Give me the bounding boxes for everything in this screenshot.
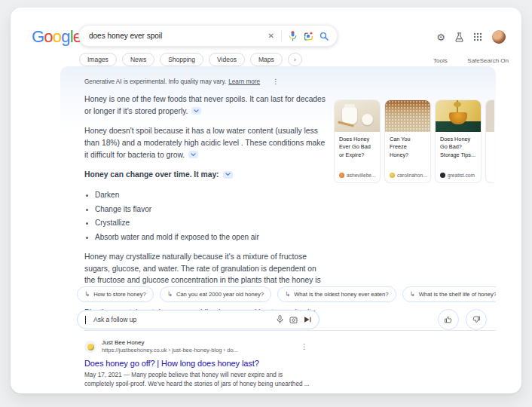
logo-letter: G xyxy=(32,27,44,46)
site-favicon xyxy=(440,173,445,178)
card-source: greatist.com xyxy=(436,173,481,182)
labs-flask-icon[interactable] xyxy=(455,32,463,42)
ai-list-heading: Honey can change over time. It may: xyxy=(84,169,329,181)
header-actions: ⚙ xyxy=(436,30,506,44)
source-chevron-icon[interactable] xyxy=(188,151,198,158)
followup-arrow-icon: ↳ xyxy=(410,291,415,298)
header-sub-row: Tools SafeSearch On xyxy=(433,57,509,64)
result-source-row[interactable]: Just Bee Honey https://justbeehoney.co.u… xyxy=(84,339,371,354)
card-image-partial xyxy=(486,100,494,132)
followup-arrow-icon: ↳ xyxy=(84,291,90,298)
followup-chip[interactable]: ↳What is the oldest honey ever eaten? xyxy=(277,286,396,302)
source-card-partial[interactable] xyxy=(485,99,494,183)
ai-feedback xyxy=(438,309,487,330)
ai-paragraph: Honey is one of the few foods that never… xyxy=(84,93,329,117)
search-input[interactable] xyxy=(87,31,261,41)
result-site-name: Just Bee Honey xyxy=(102,339,238,347)
card-title: Does Honey Go Bad? Storage Tips... xyxy=(436,132,481,173)
ai-disclaimer: Generative AI is experimental. Info qual… xyxy=(84,78,279,85)
lens-icon[interactable] xyxy=(304,32,313,41)
source-card[interactable]: Does Honey Ever Go Bad or Expire? ashevi… xyxy=(334,99,381,183)
source-chevron-icon[interactable] xyxy=(191,107,201,115)
followup-arrow-icon: ↳ xyxy=(167,291,173,298)
source-card[interactable]: Does Honey Go Bad? Storage Tips... great… xyxy=(435,99,482,183)
search-filter-tabs: Images News Shopping Videos Maps › xyxy=(79,53,302,66)
logo-letter: o xyxy=(53,27,61,46)
followup-chip[interactable]: ↳How to store honey? xyxy=(77,286,154,302)
tab-maps[interactable]: Maps xyxy=(250,53,283,66)
clear-icon[interactable]: ✕ xyxy=(268,32,274,40)
generative-ai-panel: Generative AI is experimental. Info qual… xyxy=(60,66,496,330)
ai-bullet: Crystallize xyxy=(95,217,329,228)
ai-bullet: Absorb water and mold if exposed to the … xyxy=(95,231,329,243)
logo-letter: g xyxy=(61,27,69,46)
send-icon[interactable] xyxy=(304,316,311,323)
more-tabs-button[interactable]: › xyxy=(288,53,302,66)
result-snippet: May 17, 2021 — Many people believe that … xyxy=(84,371,310,390)
bee-favicon xyxy=(84,341,96,353)
card-title: Does Honey Ever Go Bad or Expire? xyxy=(335,132,380,173)
site-favicon xyxy=(390,173,395,178)
followup-chip[interactable]: ↳Can you eat 2000 year old honey? xyxy=(160,286,271,302)
tab-news[interactable]: News xyxy=(122,53,154,66)
ai-bullet-list: Darken Change its flavor Crystallize Abs… xyxy=(84,189,329,243)
lens-icon[interactable] xyxy=(289,316,298,324)
logo-letter: o xyxy=(44,27,52,46)
card-title: Can You Freeze Honey? xyxy=(385,132,430,173)
search-icon[interactable] xyxy=(320,32,329,41)
divider xyxy=(281,30,282,41)
section-divider xyxy=(84,330,496,331)
ask-followup-box[interactable] xyxy=(77,310,320,329)
search-bar[interactable]: ✕ xyxy=(78,25,338,47)
settings-gear-icon[interactable]: ⚙ xyxy=(436,32,445,42)
mic-icon[interactable] xyxy=(289,31,297,41)
browser-page: Google ✕ xyxy=(11,8,521,393)
mic-icon[interactable] xyxy=(277,315,283,324)
card-image-honey-pot xyxy=(335,100,380,132)
thumbs-down-button[interactable] xyxy=(466,309,487,330)
tab-shopping[interactable]: Shopping xyxy=(160,53,203,66)
safesearch-toggle[interactable]: SafeSearch On xyxy=(467,57,509,64)
card-image-honeycomb xyxy=(385,100,430,132)
source-card[interactable]: Can You Freeze Honey? carolinahon... xyxy=(384,99,431,183)
ai-paragraph: Honey doesn't spoil because it has a low… xyxy=(84,125,329,161)
tab-images[interactable]: Images xyxy=(79,53,117,66)
profile-avatar[interactable] xyxy=(492,30,506,44)
learn-more-link[interactable]: Learn more xyxy=(228,78,260,85)
ask-followup-row xyxy=(77,310,320,329)
source-chevron-icon[interactable] xyxy=(223,171,233,179)
ai-source-cards: Does Honey Ever Go Bad or Expire? ashevi… xyxy=(334,99,496,183)
apps-grid-icon[interactable] xyxy=(473,32,482,41)
card-source: carolinahon... xyxy=(385,173,430,182)
followup-arrow-icon: ↳ xyxy=(285,291,290,298)
result-url: https://justbeehoney.co.uk › just-bee-ho… xyxy=(102,347,238,354)
tab-videos[interactable]: Videos xyxy=(209,53,245,66)
ai-disclaimer-text: Generative AI is experimental. Info qual… xyxy=(84,78,226,85)
followup-chips: ↳How to store honey? ↳Can you eat 2000 y… xyxy=(77,286,496,302)
result-title-link[interactable]: Does honey go off? | How long does honey… xyxy=(84,359,371,368)
ai-bullet: Darken xyxy=(95,189,329,200)
tools-button[interactable]: Tools xyxy=(433,57,448,64)
text-cursor xyxy=(85,316,86,324)
site-favicon xyxy=(339,173,344,178)
followup-chip[interactable]: ↳What is the shelf life of honey? xyxy=(402,286,496,302)
search-result: Just Bee Honey https://justbeehoney.co.u… xyxy=(84,339,371,390)
ai-bullet: Change its flavor xyxy=(95,204,329,215)
ask-followup-input[interactable] xyxy=(92,315,271,324)
card-image-honey-dipper xyxy=(436,100,481,132)
google-logo[interactable]: Google xyxy=(32,27,81,47)
result-overflow-menu-icon[interactable]: ⋮ xyxy=(301,342,308,350)
thumbs-up-button[interactable] xyxy=(438,309,459,330)
card-source: ashevillebe... xyxy=(335,173,380,182)
ai-overflow-menu-icon[interactable]: ⋮ xyxy=(272,78,279,85)
